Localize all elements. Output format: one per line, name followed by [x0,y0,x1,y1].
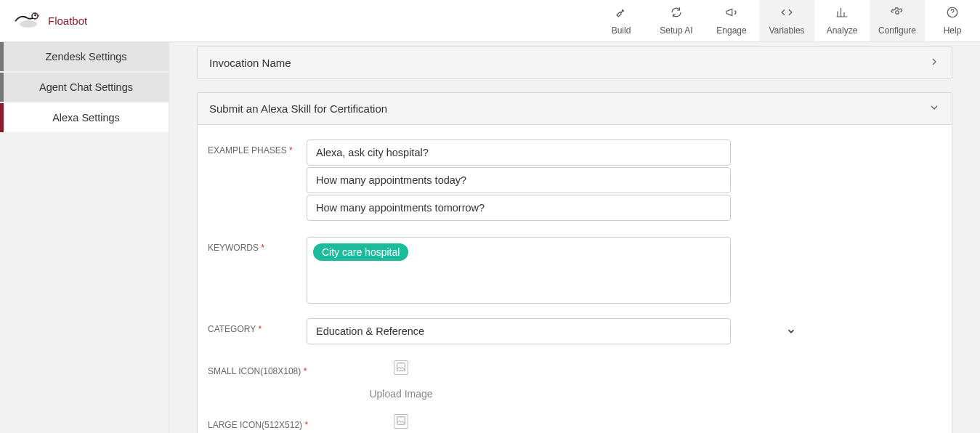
nav-label: Analyze [827,25,858,36]
main: Invocation Name Submit an Alexa Skill fo… [169,42,980,433]
row-large-icon: LARGE ICON(512X512) * Upload Image [208,414,941,433]
sidebar-item-zendesk[interactable]: Zendesk Settings [0,42,169,71]
label-text: SMALL ICON(108X108) [208,366,301,376]
nav-variables[interactable]: Variables [759,0,814,41]
label-small-icon: SMALL ICON(108X108) * [208,360,328,400]
required-mark: * [258,324,262,334]
image-icon [396,362,406,374]
svg-rect-6 [397,416,405,424]
nav-label: Build [612,25,631,36]
label-large-icon: LARGE ICON(512X512) * [208,414,328,433]
nav-build[interactable]: Build [594,0,649,41]
code-icon [780,6,793,21]
layout: Zendesk Settings Agent Chat Settings Ale… [0,42,980,433]
image-icon [396,416,406,428]
help-icon [946,6,959,21]
brand-name: Floatbot [48,15,87,27]
label-text: EXAMPLE PHASES [208,145,287,155]
control-col [307,318,731,346]
chevron-right-icon [928,56,940,70]
svg-rect-5 [397,363,405,371]
nav-label: Variables [769,25,804,36]
required-mark: * [289,145,293,155]
upload-small-icon[interactable] [394,360,408,375]
row-example-phases: EXAMPLE PHASES * [208,139,941,222]
sidebar: Zendesk Settings Agent Chat Settings Ale… [0,42,169,433]
svg-point-2 [34,15,36,17]
chevron-down-icon [786,326,796,339]
keywords-input[interactable]: City care hospital [307,237,731,304]
nav-analyze[interactable]: Analyze [814,0,870,41]
label-text: LARGE ICON(512X512) [208,420,302,430]
row-category: CATEGORY * [208,318,941,346]
form-panel: EXAMPLE PHASES * KEYWORDS * City care ho… [197,125,952,433]
header-nav: Build Setup AI Engage Variables Analyze [594,0,980,41]
phase-input-2[interactable] [307,167,731,193]
required-mark: * [304,420,308,430]
brand: Floatbot [0,0,594,41]
nav-label: Configure [878,25,916,36]
chart-icon [835,6,849,21]
label-keywords: KEYWORDS * [208,237,307,304]
accordion-invocation[interactable]: Invocation Name [197,46,952,79]
nav-label: Engage [716,25,746,36]
sidebar-item-agent-chat[interactable]: Agent Chat Settings [0,73,169,102]
nav-engage[interactable]: Engage [704,0,759,41]
accordion-title: Invocation Name [209,57,291,69]
label-example-phases: EXAMPLE PHASES * [208,139,307,222]
sidebar-item-label: Zendesk Settings [45,51,126,62]
required-mark: * [304,366,307,376]
upload-large-icon[interactable] [394,414,408,429]
accordion-header[interactable]: Submit an Alexa Skill for Certification [198,93,952,124]
brand-logo [13,10,39,31]
label-category: CATEGORY * [208,318,307,346]
chevron-down-icon [928,102,940,116]
phase-input-1[interactable] [307,139,731,166]
nav-label: Setup AI [660,25,692,36]
keyword-tag[interactable]: City care hospital [313,243,408,261]
wrench-icon [615,6,628,21]
accordion-title: Submit an Alexa Skill for Certification [209,102,387,115]
label-text: KEYWORDS [208,243,259,253]
nav-help[interactable]: Help [925,0,980,41]
row-keywords: KEYWORDS * City care hospital [208,237,941,304]
sidebar-item-alexa[interactable]: Alexa Settings [0,103,169,132]
row-small-icon: SMALL ICON(108X108) * Upload Image [208,360,941,400]
svg-point-3 [896,11,899,15]
nav-setup-ai[interactable]: Setup AI [649,0,704,41]
refresh-icon [670,6,683,21]
phase-input-3[interactable] [307,195,731,221]
megaphone-icon [725,6,738,21]
upload-col: Upload Image [328,414,474,433]
nav-configure[interactable]: Configure [870,0,925,41]
sidebar-item-label: Agent Chat Settings [39,81,133,93]
label-text: CATEGORY [208,324,256,334]
required-mark: * [261,243,264,253]
svg-point-0 [20,20,37,28]
upload-caption: Upload Image [369,388,432,400]
nav-label: Help [944,25,962,36]
control-col [307,139,731,222]
sidebar-item-label: Alexa Settings [52,112,120,124]
category-select[interactable] [307,318,731,344]
upload-col: Upload Image [328,360,474,400]
control-col: City care hospital [307,237,731,304]
accordion-submit[interactable]: Submit an Alexa Skill for Certification [197,92,952,125]
header: Floatbot Build Setup AI Engage Variables [0,0,980,42]
settings-icon [891,6,904,21]
accordion-header[interactable]: Invocation Name [198,47,952,78]
